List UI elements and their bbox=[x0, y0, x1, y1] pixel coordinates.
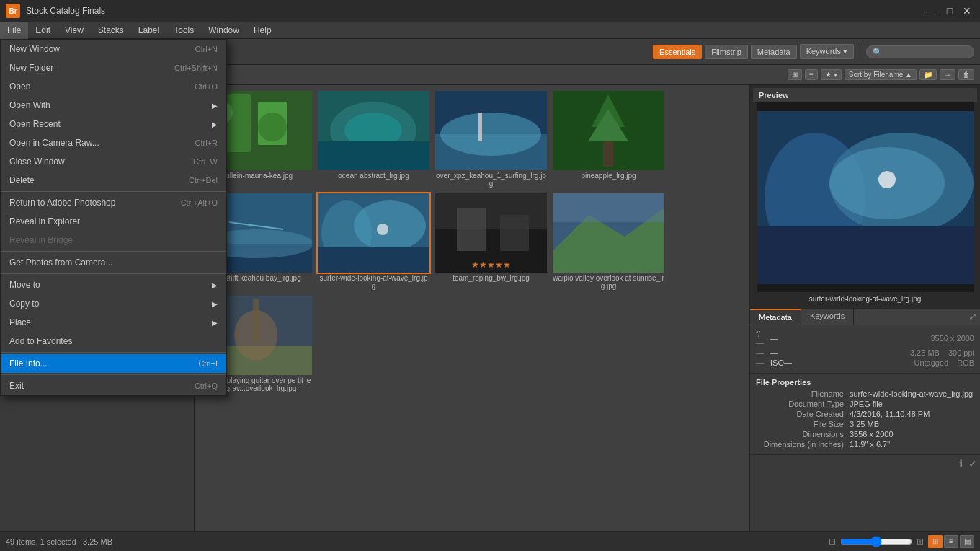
tab-keywords[interactable]: Keywords bbox=[801, 309, 854, 325]
menu-item-copy-to[interactable]: Copy to ▶ bbox=[1, 294, 226, 313]
menu-label-return-photoshop: Return to Adobe Photoshop bbox=[9, 198, 181, 208]
menu-view[interactable]: View bbox=[58, 22, 91, 39]
thumb-larger-icon[interactable]: ⊞ bbox=[917, 537, 924, 547]
menu-separator-2 bbox=[1, 251, 226, 252]
menu-item-add-favorites[interactable]: Add to Favorites bbox=[1, 332, 226, 351]
menu-label-new-window: New Window bbox=[9, 44, 195, 54]
fstop-icon: f/— bbox=[756, 330, 767, 347]
menu-separator-4 bbox=[1, 352, 226, 353]
menu-item-open-recent[interactable]: Open Recent ▶ bbox=[1, 115, 226, 133]
shutter-icon: — bbox=[756, 348, 767, 357]
detail-view-btn[interactable]: ▤ bbox=[960, 535, 974, 548]
metadata-row-shutter: — — 3.25 MB 300 ppi bbox=[756, 348, 974, 357]
metadata-check-icon[interactable]: ✓ bbox=[968, 458, 977, 470]
menu-label-get-photos: Get Photos from Camera... bbox=[9, 257, 218, 268]
thumbnail-label: pineapple_lrg.jpg bbox=[581, 172, 636, 180]
menu-separator-1 bbox=[1, 191, 226, 192]
details-view-button[interactable]: ≡ bbox=[805, 69, 818, 80]
menu-help[interactable]: Help bbox=[246, 22, 279, 39]
svg-rect-16 bbox=[603, 141, 613, 167]
menu-item-new-folder[interactable]: New Folder Ctrl+Shift+N bbox=[1, 58, 226, 77]
fp-row-doctype: Document Type JPEG file bbox=[756, 400, 974, 408]
list-item[interactable]: ★★★★★ team_roping_bw_lrg.jpg bbox=[435, 193, 547, 290]
tab-metadata[interactable]: Metadata bbox=[751, 45, 797, 59]
close-button[interactable]: ✕ bbox=[960, 4, 974, 18]
menu-item-close-window[interactable]: Close Window Ctrl+W bbox=[1, 152, 226, 171]
menu-label-delete: Delete bbox=[9, 175, 189, 185]
tab-filmstrip[interactable]: Filmstrip bbox=[705, 45, 748, 59]
menu-shortcut-exit: Ctrl+Q bbox=[195, 382, 218, 390]
grid-view-button[interactable]: ⊞ bbox=[788, 69, 802, 80]
menu-label-reveal-bridge: Reveal in Bridge bbox=[9, 235, 218, 245]
thumbnail-img bbox=[435, 91, 547, 170]
menu-shortcut-open: Ctrl+O bbox=[195, 82, 218, 91]
toolbar-separator-2 bbox=[860, 45, 860, 59]
menu-item-delete[interactable]: Delete Ctrl+Del bbox=[1, 171, 226, 190]
move-button[interactable]: → bbox=[940, 69, 956, 80]
search-box[interactable] bbox=[866, 45, 974, 58]
thumbnail-img bbox=[553, 193, 664, 273]
metadata-row-fstop: f/— — 3556 x 2000 bbox=[756, 330, 974, 347]
menu-shortcut-close-window: Ctrl+W bbox=[193, 157, 218, 166]
menu-item-open[interactable]: Open Ctrl+O bbox=[1, 77, 226, 96]
metadata-expand-button[interactable]: ⤢ bbox=[968, 311, 977, 322]
metadata-info-icon[interactable]: ℹ bbox=[959, 458, 963, 470]
menu-item-return-photoshop[interactable]: Return to Adobe Photoshop Ctrl+Alt+O bbox=[1, 193, 226, 212]
list-item[interactable]: pineapple_lrg.jpg bbox=[553, 91, 664, 188]
list-item[interactable]: over_xpz_keahou_1_surfing_lrg.jpg bbox=[435, 91, 547, 188]
list-item[interactable]: surfer-wide-looking-at-wave_lrg.jpg bbox=[318, 193, 429, 290]
menu-item-open-with[interactable]: Open With ▶ bbox=[1, 96, 226, 115]
menu-shortcut-new-folder: Ctrl+Shift+N bbox=[174, 63, 218, 72]
menu-window[interactable]: Window bbox=[201, 22, 246, 39]
menu-shortcut-new-window: Ctrl+N bbox=[195, 45, 218, 53]
thumbnail-label-selected: surfer-wide-looking-at-wave_lrg.jpg bbox=[318, 274, 429, 290]
menu-item-exit[interactable]: Exit Ctrl+Q bbox=[1, 376, 226, 395]
menu-item-open-camera-raw[interactable]: Open in Camera Raw... Ctrl+R bbox=[1, 133, 226, 152]
arrow-icon-copy-to: ▶ bbox=[212, 300, 218, 308]
maximize-button[interactable]: □ bbox=[943, 4, 957, 18]
star-filter-button[interactable]: ★ ▾ bbox=[821, 69, 842, 80]
delete-button[interactable]: 🗑 bbox=[958, 69, 974, 80]
menu-stacks[interactable]: Stacks bbox=[91, 22, 131, 39]
zoom-slider[interactable] bbox=[840, 536, 912, 547]
folder-view-button[interactable]: 📁 bbox=[919, 69, 937, 80]
sort-button[interactable]: Sort by Filename ▲ bbox=[845, 69, 917, 80]
ppi-value: 300 ppi bbox=[948, 348, 974, 357]
menu-item-get-photos[interactable]: Get Photos from Camera... bbox=[1, 253, 226, 272]
menu-tools[interactable]: Tools bbox=[166, 22, 201, 39]
fp-value-dimensions: 3556 x 2000 bbox=[850, 430, 974, 438]
menu-label[interactable]: Label bbox=[131, 22, 166, 39]
svg-rect-24 bbox=[318, 247, 429, 273]
menu-item-move-to[interactable]: Move to ▶ bbox=[1, 276, 226, 294]
thumbnail-img-selected bbox=[318, 193, 429, 273]
grid-view-btn[interactable]: ⊞ bbox=[928, 535, 943, 548]
menu-file[interactable]: File bbox=[0, 22, 28, 39]
thumb-smaller-icon[interactable]: ⊟ bbox=[829, 537, 836, 547]
search-input[interactable] bbox=[873, 48, 959, 56]
fp-label-datecreated: Date Created bbox=[756, 410, 850, 418]
menu-shortcut-return-photoshop: Ctrl+Alt+O bbox=[181, 198, 218, 207]
menu-item-place[interactable]: Place ▶ bbox=[1, 313, 226, 332]
menu-edit[interactable]: Edit bbox=[28, 22, 58, 39]
svg-point-23 bbox=[354, 200, 426, 251]
menu-shortcut-open-camera-raw: Ctrl+R bbox=[195, 138, 218, 147]
fp-value-dimensions-in: 11.9" x 6.7" bbox=[850, 440, 974, 449]
svg-point-42 bbox=[878, 171, 896, 188]
list-item[interactable]: waipio valley overlook at sunrise_lrg.jp… bbox=[553, 193, 664, 290]
fp-value-filename: surfer-wide-looking-at-wave_lrg.jpg bbox=[850, 389, 974, 398]
tab-keywords[interactable]: Keywords ▾ bbox=[800, 44, 854, 59]
iso-icon: — bbox=[756, 358, 767, 367]
menu-item-file-info[interactable]: File Info... Ctrl+I bbox=[1, 354, 226, 373]
menu-label-move-to: Move to bbox=[9, 280, 209, 290]
minimize-button[interactable]: — bbox=[925, 4, 940, 18]
menu-item-reveal-explorer[interactable]: Reveal in Explorer bbox=[1, 212, 226, 231]
tab-essentials[interactable]: Essentials bbox=[653, 45, 702, 59]
list-item[interactable]: ocean abstract_lrg.jpg bbox=[318, 91, 429, 188]
colorspace-untagged: Untagged bbox=[795, 358, 948, 367]
fp-value-datecreated: 4/3/2016, 11:10:48 PM bbox=[850, 410, 974, 418]
iso-value: ISO— bbox=[770, 358, 792, 367]
tab-metadata[interactable]: Metadata bbox=[750, 309, 801, 325]
list-view-btn[interactable]: ≡ bbox=[944, 535, 958, 548]
menu-item-new-window[interactable]: New Window Ctrl+N bbox=[1, 40, 226, 58]
file-properties-title: File Properties bbox=[756, 378, 974, 387]
